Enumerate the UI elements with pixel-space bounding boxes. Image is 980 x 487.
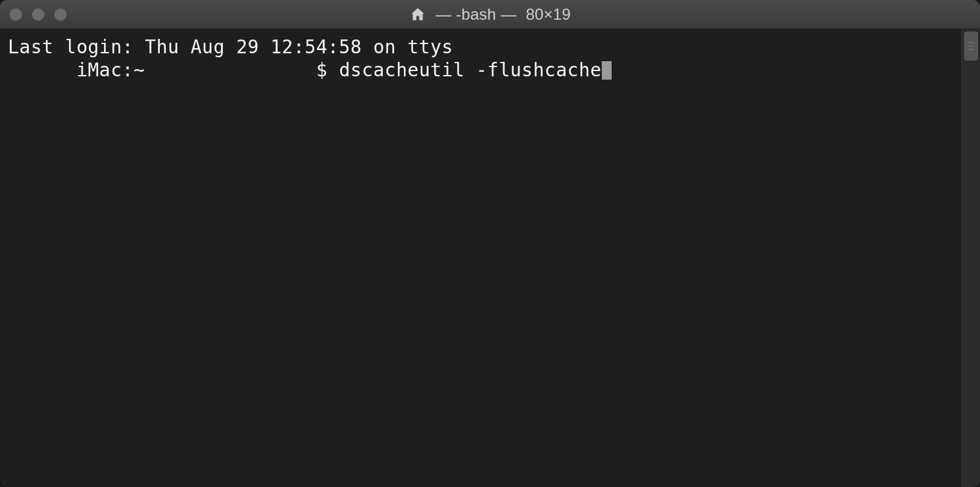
close-button[interactable] xyxy=(9,8,22,21)
window-title: — -bash — 80×19 xyxy=(409,5,571,24)
terminal-line: Last login: Thu Aug 29 12:54:58 on ttys xyxy=(8,36,954,59)
maximize-button[interactable] xyxy=(54,8,67,21)
terminal-content[interactable]: Last login: Thu Aug 29 12:54:58 on ttys … xyxy=(0,29,962,487)
scrollbar-grip-icon xyxy=(968,43,974,50)
titlebar[interactable]: — -bash — 80×19 xyxy=(0,0,980,29)
title-text-prefix: — -bash — xyxy=(435,5,516,24)
title-text-size: 80×19 xyxy=(526,5,570,24)
terminal-line: iMac:~ $ dscacheutil -flushcache xyxy=(8,59,954,82)
terminal-body: Last login: Thu Aug 29 12:54:58 on ttys … xyxy=(0,29,980,487)
minimize-button[interactable] xyxy=(32,8,45,21)
home-icon xyxy=(409,6,426,23)
cursor xyxy=(602,61,612,80)
scrollbar[interactable] xyxy=(962,29,980,487)
scrollbar-thumb[interactable] xyxy=(964,32,978,61)
prompt: iMac:~ $ xyxy=(8,59,339,81)
command-text: dscacheutil -flushcache xyxy=(339,59,601,81)
window-controls xyxy=(9,8,67,21)
terminal-window: — -bash — 80×19 Last login: Thu Aug 29 1… xyxy=(0,0,980,487)
